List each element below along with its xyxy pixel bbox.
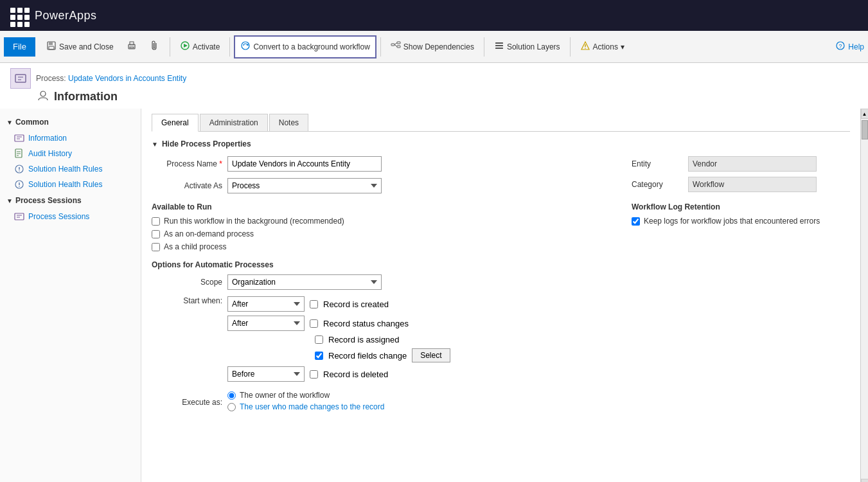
svg-point-20 [585, 48, 586, 49]
activate-button[interactable]: Activate [174, 35, 226, 58]
record-deleted-checkbox[interactable] [310, 370, 318, 379]
start-when-row3: Record is assigned [227, 335, 450, 344]
execute-as-label: Execute as: [152, 398, 222, 407]
child-process-label: As a child process [164, 242, 226, 251]
save-close-label: Save and Close [59, 42, 114, 51]
activate-as-select[interactable]: Process As Template [227, 178, 382, 193]
process-arrow: ▼ [6, 197, 13, 204]
convert-label: Convert to a background workflow [253, 42, 369, 51]
print-button[interactable] [121, 35, 143, 58]
breadcrumb-prefix: Process: [36, 74, 66, 83]
common-arrow: ▼ [6, 119, 13, 126]
help-button[interactable]: ? Help [835, 40, 864, 53]
on-demand-row: As an on-demand process [152, 229, 606, 238]
breadcrumb-area: Process: Update Vendors in Accounts Enti… [0, 63, 868, 89]
solution-layers-button[interactable]: Solution Layers [488, 35, 566, 58]
category-row: Category Workflow [632, 177, 850, 192]
audit-icon [14, 148, 24, 159]
sep4 [484, 37, 484, 57]
process-name-input[interactable] [227, 156, 382, 172]
sep2 [229, 37, 230, 57]
tab-general[interactable]: General [152, 114, 199, 132]
sidebar: ▼ Common Information Audit History Solut… [0, 109, 141, 482]
main-layout: ▼ Common Information Audit History Solut… [0, 109, 868, 482]
svg-rect-12 [397, 46, 400, 48]
execute-as-options: The owner of the workflow The user who m… [227, 391, 384, 414]
record-created-label: Record is created [323, 299, 389, 309]
form-layout: Process Name Activate As Process As Temp… [152, 156, 850, 420]
breadcrumb-title[interactable]: Update Vendors in Accounts Entity [68, 74, 186, 83]
on-demand-checkbox[interactable] [152, 230, 160, 238]
page-title-area: Information [0, 89, 868, 109]
waffle-menu[interactable] [8, 5, 28, 26]
svg-rect-15 [495, 48, 503, 49]
record-status-checkbox[interactable] [310, 319, 318, 328]
process-sessions-label: Process Sessions [15, 196, 82, 205]
file-button[interactable]: File [4, 37, 35, 57]
sidebar-item-shr1[interactable]: Solution Health Rules [0, 161, 141, 177]
entity-value: Vendor [688, 156, 817, 172]
svg-rect-10 [391, 44, 394, 46]
record-assigned-checkbox[interactable] [315, 335, 323, 344]
save-icon [46, 40, 57, 53]
execute-owner-radio[interactable] [227, 391, 236, 400]
scroll-up[interactable]: ▲ [861, 109, 869, 119]
scroll-down[interactable]: ▼ [861, 479, 869, 482]
person-icon [37, 90, 49, 103]
execute-user-radio[interactable] [227, 403, 236, 411]
start-when-select2[interactable]: After Before [227, 316, 305, 331]
convert-button[interactable]: Convert to a background workflow [234, 35, 376, 58]
sidebar-item-audit[interactable]: Audit History [0, 146, 141, 161]
start-when-row2: After Before Record status changes [227, 316, 450, 331]
scope-select[interactable]: User Business Unit Parent: Child Busines… [227, 274, 382, 290]
available-to-run-title: Available to Run [152, 202, 606, 211]
form-right: Entity Vendor Category Workflow Workflow… [632, 156, 850, 420]
record-fields-checkbox[interactable] [315, 352, 323, 360]
start-when-select3[interactable]: Before After [227, 366, 305, 382]
process-name-row: Process Name [152, 156, 606, 172]
dependencies-icon [391, 40, 401, 53]
actions-icon [580, 40, 590, 53]
run-background-label: Run this workflow in the background (rec… [164, 217, 344, 226]
solution-layers-label: Solution Layers [507, 42, 560, 51]
tabs: General Administration Notes [152, 114, 850, 132]
start-when-row5: Before After Record is deleted [227, 366, 450, 382]
attach-button[interactable] [144, 35, 166, 58]
svg-rect-11 [397, 42, 400, 44]
sidebar-item-information[interactable]: Information [0, 130, 141, 146]
start-when-select1[interactable]: After Before [227, 296, 305, 312]
actions-button[interactable]: Actions ▾ [574, 35, 630, 58]
convert-icon [240, 40, 251, 53]
sidebar-item-process-sessions[interactable]: Process Sessions [0, 209, 141, 224]
info-icon [14, 133, 24, 143]
common-label: Common [15, 118, 49, 127]
breadcrumb: Process: Update Vendors in Accounts Enti… [36, 74, 186, 83]
right-scrollbar[interactable]: ▲ ▼ [860, 109, 868, 482]
save-icon[interactable]: Save and Close [40, 35, 120, 58]
tab-administration[interactable]: Administration [200, 114, 268, 131]
child-process-row: As a child process [152, 242, 606, 251]
svg-text:?: ? [839, 43, 842, 49]
process-sessions-header[interactable]: ▼ Process Sessions [0, 192, 141, 209]
common-section-header[interactable]: ▼ Common [0, 114, 141, 130]
show-dependencies-button[interactable]: Show Dependencies [385, 35, 480, 58]
record-status-label: Record status changes [323, 319, 409, 328]
sep3 [380, 37, 381, 57]
svg-rect-23 [15, 75, 26, 82]
run-background-checkbox[interactable] [152, 217, 160, 226]
select-button[interactable]: Select [412, 348, 450, 362]
sidebar-item-shr2[interactable]: Solution Health Rules [0, 177, 141, 192]
entity-row: Entity Vendor [632, 156, 850, 172]
shr1-icon [14, 164, 24, 174]
form-left: Process Name Activate As Process As Temp… [152, 156, 606, 420]
svg-rect-17 [495, 42, 503, 44]
keep-logs-checkbox[interactable] [632, 217, 640, 226]
scroll-thumb[interactable] [862, 120, 868, 139]
sidebar-shr2-label: Solution Health Rules [28, 180, 102, 189]
child-process-checkbox[interactable] [152, 243, 160, 251]
tab-notes[interactable]: Notes [269, 114, 308, 131]
record-created-checkbox[interactable] [310, 300, 318, 308]
execute-user-label: The user who made changes to the record [240, 402, 384, 411]
workflow-log-section: Workflow Log Retention Keep logs for wor… [632, 202, 850, 226]
section-header: ▼ Hide Process Properties [152, 139, 850, 148]
